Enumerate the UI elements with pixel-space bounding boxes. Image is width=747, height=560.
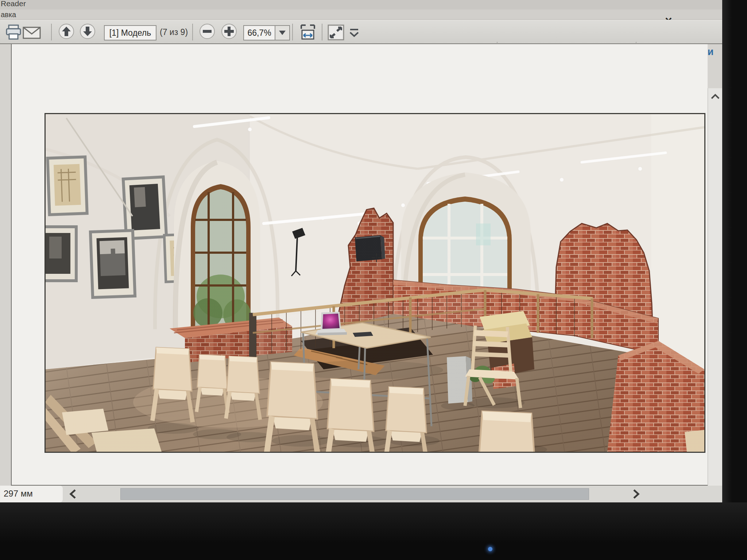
email-icon[interactable] [23, 27, 41, 40]
more-tools-icon[interactable] [349, 28, 360, 39]
menu-item-help-fragment[interactable]: авка [1, 11, 16, 19]
scroll-left-icon[interactable] [67, 488, 80, 500]
tv-screen [355, 235, 385, 261]
menu-bar: авка ✕ [0, 9, 722, 20]
page-number-input[interactable]: [1] Модель [104, 25, 156, 40]
partial-chair [685, 430, 704, 452]
monitor-bezel-bottom: acer [0, 502, 747, 560]
zoom-level-input[interactable]: 66,7% [243, 25, 275, 40]
pdf-page [11, 44, 708, 486]
toolbar-separator [192, 24, 193, 40]
title-bar: Reader [0, 0, 722, 9]
toolbar-separator [51, 24, 52, 40]
zoom-in-icon[interactable] [221, 24, 237, 39]
toolbar-separator [322, 24, 322, 40]
window-title: Reader [1, 0, 26, 8]
fit-width-icon[interactable] [299, 24, 317, 42]
horizontal-scroll-thumb[interactable] [120, 488, 589, 500]
zoom-dropdown-icon[interactable] [275, 25, 290, 40]
horizontal-scrollbar[interactable]: 297 мм [0, 486, 722, 502]
left-arched-window [174, 161, 260, 333]
page-down-icon[interactable] [80, 24, 95, 39]
monitor-photo: Reader авка ✕ [0, 0, 747, 560]
page-up-icon[interactable] [59, 24, 74, 39]
page-size-label: 297 мм [0, 486, 63, 502]
vertical-scrollbar[interactable] [708, 88, 722, 502]
zoom-out-icon[interactable] [200, 24, 215, 39]
scroll-right-icon[interactable] [630, 488, 642, 500]
rendered-3d-image [44, 113, 705, 453]
interior-render [46, 114, 704, 452]
power-led [488, 547, 492, 551]
fullscreen-icon[interactable] [328, 24, 344, 42]
toolbar: [1] Модель (7 из 9) 66,7% [0, 20, 722, 44]
screen: Reader авка ✕ [0, 0, 722, 502]
page-count-label: (7 из 9) [160, 27, 188, 37]
toolbar-separator [292, 24, 293, 40]
scroll-up-icon[interactable] [709, 91, 721, 103]
monitor-bezel-right [722, 0, 747, 560]
print-icon[interactable] [5, 24, 22, 42]
document-area: 297 мм [0, 44, 708, 502]
